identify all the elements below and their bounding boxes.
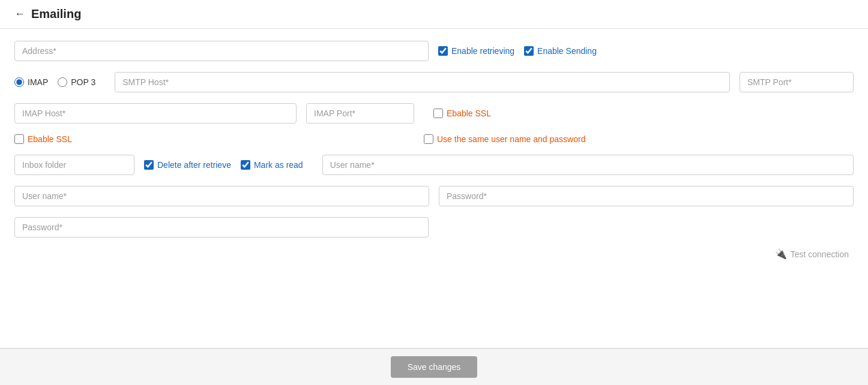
pop3-radio[interactable] — [58, 77, 67, 87]
same-user-checkbox[interactable] — [424, 134, 433, 144]
imap-radio[interactable] — [14, 77, 24, 87]
enable-ssl-receiving-label[interactable]: Ebable SSL — [14, 134, 72, 144]
test-connection-row: 🔌 Test connection — [14, 248, 854, 264]
enable-retrieving-label[interactable]: Enable retrieving — [438, 46, 514, 56]
row-address: Enable retrieving Enable Sending — [14, 41, 854, 61]
smtp-port-input[interactable] — [740, 72, 854, 92]
row-userpass — [14, 186, 854, 206]
delete-after-retrieve-checkbox[interactable] — [144, 160, 154, 170]
imap-radio-label[interactable]: IMAP — [14, 77, 48, 87]
enable-ssl-sending-label[interactable]: Ebable SSL — [433, 109, 491, 118]
row-password — [14, 217, 854, 237]
main-content: Enable retrieving Enable Sending IMAP PO… — [0, 29, 868, 348]
row-protocol: IMAP POP 3 — [14, 72, 854, 92]
enable-sending-checkbox[interactable] — [524, 46, 534, 56]
page-title: Emailing — [31, 7, 81, 21]
row-imap-host: Ebable SSL — [14, 103, 854, 124]
smtp-host-input[interactable] — [115, 72, 730, 92]
same-user-label[interactable]: Use the same user name and password — [424, 134, 585, 144]
delete-after-retrieve-label[interactable]: Delete after retrieve — [144, 160, 231, 170]
back-button[interactable]: ← — [14, 8, 25, 20]
save-changes-button[interactable]: Save changes — [391, 356, 478, 378]
pop3-radio-label[interactable]: POP 3 — [58, 77, 95, 87]
username-left-input[interactable] — [14, 186, 429, 206]
imap-host-input[interactable] — [14, 103, 297, 124]
enable-ssl-sending-checkbox[interactable] — [433, 109, 443, 118]
username-right-input[interactable] — [322, 155, 854, 175]
mark-as-read-label[interactable]: Mark as read — [241, 160, 303, 170]
password-left-input[interactable] — [14, 217, 429, 237]
enable-sending-label[interactable]: Enable Sending — [524, 46, 597, 56]
footer: Save changes — [0, 348, 868, 385]
row-inbox: Delete after retrieve Mark as read — [14, 155, 854, 175]
password-right-input[interactable] — [439, 186, 854, 206]
enable-ssl-receiving-checkbox[interactable] — [14, 134, 24, 144]
enable-retrieving-checkbox[interactable] — [438, 46, 448, 56]
plug-icon: 🔌 — [775, 248, 787, 260]
row-ssl-same: Ebable SSL Use the same user name and pa… — [14, 134, 854, 144]
inbox-folder-input[interactable] — [14, 155, 134, 175]
address-input[interactable] — [14, 41, 429, 61]
page-header: ← Emailing — [0, 0, 868, 29]
test-connection-button[interactable]: 🔌 Test connection — [775, 248, 854, 260]
mark-as-read-checkbox[interactable] — [241, 160, 250, 170]
imap-port-input[interactable] — [306, 103, 414, 124]
form-section: Enable retrieving Enable Sending IMAP PO… — [14, 41, 854, 264]
